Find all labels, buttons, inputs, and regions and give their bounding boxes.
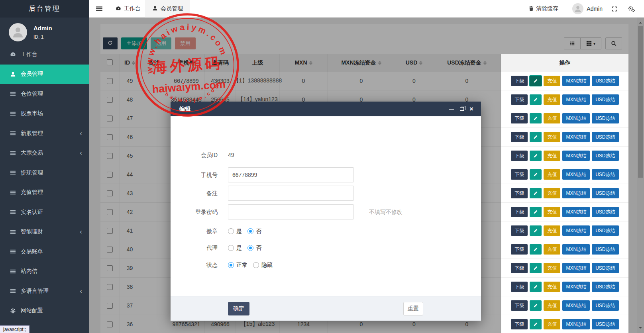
tab-1[interactable]: 会员管理 xyxy=(145,0,190,18)
action-button-充值[interactable]: 充值 xyxy=(544,300,560,311)
action-button-USD冻结[interactable]: USD冻结 xyxy=(592,76,618,86)
sidebar-item-5[interactable]: 大宗交易‹ xyxy=(0,143,89,163)
action-button-充值[interactable]: 充值 xyxy=(544,263,560,273)
action-button-USD冻结[interactable]: USD冻结 xyxy=(592,94,618,105)
sidebar-item-8[interactable]: 实名认证 xyxy=(0,202,89,222)
edit-pencil-button[interactable] xyxy=(530,225,542,236)
action-button-下级[interactable]: 下级 xyxy=(511,188,528,198)
action-button-USD冻结[interactable]: USD冻结 xyxy=(592,225,618,236)
sidebar-item-13[interactable]: 网站配置 xyxy=(0,301,89,321)
action-button-USD冻结[interactable]: USD冻结 xyxy=(592,282,618,292)
edit-pencil-button[interactable] xyxy=(530,151,542,161)
action-button-充值[interactable]: 充值 xyxy=(544,94,560,105)
edit-pencil-button[interactable] xyxy=(530,319,542,329)
radio-option[interactable] xyxy=(228,262,234,268)
action-button-充值[interactable]: 充值 xyxy=(544,151,560,161)
field-input-2[interactable] xyxy=(228,186,354,201)
action-button-充值[interactable]: 充值 xyxy=(544,319,560,329)
action-button-充值[interactable]: 充值 xyxy=(544,244,560,255)
action-button-下级[interactable]: 下级 xyxy=(511,132,528,142)
edit-pencil-button[interactable] xyxy=(530,207,542,217)
action-button-MXN冻结[interactable]: MXN冻结 xyxy=(562,94,590,105)
action-button-USD冻结[interactable]: USD冻结 xyxy=(592,263,618,273)
action-button-下级[interactable]: 下级 xyxy=(511,244,528,255)
action-button-充值[interactable]: 充值 xyxy=(544,132,560,142)
edit-pencil-button[interactable] xyxy=(530,169,542,180)
edit-pencil-button[interactable] xyxy=(530,263,542,273)
action-button-下级[interactable]: 下级 xyxy=(511,76,528,86)
navbar-avatar[interactable] xyxy=(572,3,583,14)
action-button-充值[interactable]: 充值 xyxy=(544,188,560,198)
action-button-MXN冻结[interactable]: MXN冻结 xyxy=(562,188,590,198)
sidebar-item-6[interactable]: 提现管理 xyxy=(0,163,89,183)
sidebar-item-4[interactable]: 新股管理‹ xyxy=(0,123,89,143)
action-button-下级[interactable]: 下级 xyxy=(511,169,528,180)
confirm-button[interactable]: 确定 xyxy=(228,302,249,315)
edit-pencil-button[interactable] xyxy=(530,94,542,105)
radio-option[interactable] xyxy=(253,262,259,268)
action-button-下级[interactable]: 下级 xyxy=(511,300,528,311)
settings-gears-icon[interactable] xyxy=(628,0,637,18)
action-button-USD冻结[interactable]: USD冻结 xyxy=(592,207,618,217)
action-button-下级[interactable]: 下级 xyxy=(511,94,528,105)
edit-pencil-button[interactable] xyxy=(530,244,542,255)
radio-option[interactable] xyxy=(247,245,253,251)
action-button-USD冻结[interactable]: USD冻结 xyxy=(592,113,618,123)
navbar-username[interactable]: Admin xyxy=(587,0,603,18)
action-button-MXN冻结[interactable]: MXN冻结 xyxy=(562,282,590,292)
action-button-MXN冻结[interactable]: MXN冻结 xyxy=(562,151,590,161)
action-button-充值[interactable]: 充值 xyxy=(544,113,560,123)
action-button-USD冻结[interactable]: USD冻结 xyxy=(592,319,618,329)
edit-pencil-button[interactable] xyxy=(530,132,542,142)
action-button-下级[interactable]: 下级 xyxy=(511,282,528,292)
sidebar-item-11[interactable]: 站内信 xyxy=(0,262,89,282)
edit-pencil-button[interactable] xyxy=(530,282,542,292)
action-button-MXN冻结[interactable]: MXN冻结 xyxy=(562,113,590,123)
field-input-3[interactable] xyxy=(228,204,354,219)
action-button-USD冻结[interactable]: USD冻结 xyxy=(592,151,618,161)
action-button-MXN冻结[interactable]: MXN冻结 xyxy=(562,244,590,255)
edit-pencil-button[interactable] xyxy=(530,76,542,86)
action-button-USD冻结[interactable]: USD冻结 xyxy=(592,244,618,255)
action-button-USD冻结[interactable]: USD冻结 xyxy=(592,169,618,180)
radio-option[interactable] xyxy=(228,245,234,251)
action-button-USD冻结[interactable]: USD冻结 xyxy=(592,188,618,198)
action-button-充值[interactable]: 充值 xyxy=(544,169,560,180)
close-icon[interactable]: × xyxy=(467,102,475,116)
clear-cache-button[interactable]: 清除缓存 xyxy=(528,0,558,18)
action-button-MXN冻结[interactable]: MXN冻结 xyxy=(562,300,590,311)
reset-button[interactable]: 重置 xyxy=(403,302,423,315)
action-button-下级[interactable]: 下级 xyxy=(511,113,528,123)
sidebar-item-9[interactable]: 智能理财‹ xyxy=(0,222,89,242)
action-button-USD冻结[interactable]: USD冻结 xyxy=(592,132,618,142)
action-button-下级[interactable]: 下级 xyxy=(511,207,528,217)
sidebar-item-1[interactable]: 会员管理 xyxy=(0,65,89,84)
action-button-下级[interactable]: 下级 xyxy=(511,225,528,236)
action-button-USD冻结[interactable]: USD冻结 xyxy=(592,300,618,311)
action-button-充值[interactable]: 充值 xyxy=(544,225,560,236)
action-button-MXN冻结[interactable]: MXN冻结 xyxy=(562,263,590,273)
tab-0[interactable]: 工作台 xyxy=(108,0,148,18)
action-button-MXN冻结[interactable]: MXN冻结 xyxy=(562,132,590,142)
fullscreen-icon[interactable] xyxy=(611,0,619,18)
action-button-下级[interactable]: 下级 xyxy=(511,319,528,329)
action-button-MXN冻结[interactable]: MXN冻结 xyxy=(562,319,590,329)
sidebar-item-3[interactable]: 股票市场 xyxy=(0,104,89,124)
action-button-MXN冻结[interactable]: MXN冻结 xyxy=(562,169,590,180)
sidebar-item-0[interactable]: 工作台 xyxy=(0,45,89,65)
restore-icon[interactable] xyxy=(458,102,466,116)
radio-option[interactable] xyxy=(228,228,234,234)
action-button-MXN冻结[interactable]: MXN冻结 xyxy=(562,76,590,86)
minimize-icon[interactable] xyxy=(448,102,456,116)
hamburger-icon[interactable] xyxy=(96,5,103,12)
action-button-充值[interactable]: 充值 xyxy=(544,76,560,86)
action-button-MXN冻结[interactable]: MXN冻结 xyxy=(562,225,590,236)
action-button-MXN冻结[interactable]: MXN冻结 xyxy=(562,207,590,217)
sidebar-item-10[interactable]: 交易账单 xyxy=(0,242,89,262)
sidebar-item-12[interactable]: 多语言管理‹ xyxy=(0,281,89,301)
field-input-1[interactable] xyxy=(228,167,354,182)
sidebar-item-2[interactable]: 仓位管理 xyxy=(0,84,89,104)
sidebar-item-7[interactable]: 充值管理 xyxy=(0,183,89,203)
action-button-充值[interactable]: 充值 xyxy=(544,282,560,292)
edit-pencil-button[interactable] xyxy=(530,300,542,311)
